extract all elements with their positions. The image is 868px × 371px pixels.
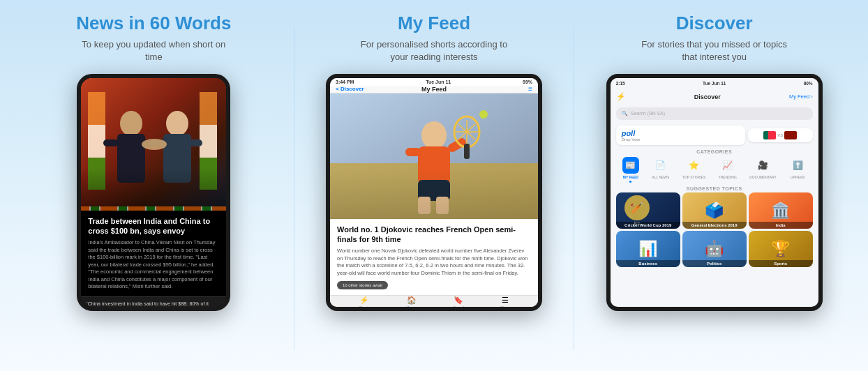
search-placeholder: Search (Bill SA) <box>631 111 665 116</box>
saved-label: Saved <box>453 305 464 306</box>
discover-nav-title: Discover <box>694 93 721 100</box>
news-screen: Trade between India and China to cross $… <box>81 78 226 307</box>
news-body: India's Ambassador to China Vikram Misri… <box>88 239 219 291</box>
topic-card-politics[interactable]: 🤖 Politics <box>682 231 747 267</box>
tab-saved[interactable]: 🔖 Saved <box>453 296 464 306</box>
news-ticker: 'China investment in India said to have … <box>81 296 226 307</box>
tennis-player-svg <box>330 93 538 219</box>
india-topic-label: India <box>749 222 813 229</box>
myfeed-cat-label: MY FEED <box>623 175 638 179</box>
tab-more[interactable]: ☰ More <box>500 296 509 306</box>
saved-icon: 🔖 <box>454 296 463 305</box>
shorts-icon: ⚡ <box>359 296 369 305</box>
feed-headline: World no. 1 Djokovic reaches French Open… <box>337 225 531 245</box>
feed-nav-title: My Feed <box>421 86 447 93</box>
elections-icon: 🗳️ <box>705 202 724 220</box>
poll-card[interactable]: poll Drop Vote <box>616 126 745 145</box>
discover-poll-row: poll Drop Vote vs <box>611 123 818 148</box>
feed-article-image <box>330 93 538 219</box>
politics-topic-label: Politics <box>682 260 747 267</box>
bangladesh-flag <box>763 131 776 139</box>
business-topic-label: Business <box>616 260 680 267</box>
flag-card[interactable]: vs <box>748 128 813 142</box>
shorts-label: Shorts <box>359 305 370 306</box>
discover-screen: 2:15 Tue Jun 11 80% ⚡ Discover My Feed ›… <box>611 78 818 307</box>
poll-label: poll <box>622 129 740 137</box>
panel2-title: My Feed <box>398 13 470 34</box>
news-content-area: Trade between India and China to cross $… <box>81 211 226 296</box>
upread-cat-label: UPREAD <box>791 175 805 179</box>
svg-rect-16 <box>81 78 226 206</box>
categories-icons-row: 📰 MY FEED 📄 ALL NEWS ⭐ TOP STORIES <box>616 157 813 183</box>
panel-news60: News in 60 Words To keep you updated whe… <box>14 13 294 371</box>
discover-search-bar[interactable]: 🔍 Search (Bill SA) <box>616 107 813 120</box>
cat-item-myfeed[interactable]: 📰 MY FEED <box>622 157 639 183</box>
phone-device: Trade between India and China to cross $… <box>77 74 230 311</box>
cat-item-trending[interactable]: 📈 TRENDING <box>719 157 737 183</box>
feed-more-stories-btn[interactable]: 10 other stories await <box>337 281 388 289</box>
persons-svg <box>81 78 226 206</box>
main-panels-container: News in 60 Words To keep you updated whe… <box>0 0 868 371</box>
documentary-cat-icon: 🎥 <box>755 157 772 174</box>
india-icon: 🏛️ <box>771 202 790 220</box>
feed-navigation: < Discover My Feed ≡ <box>330 86 538 93</box>
topic-card-elections[interactable]: 🗳️ General Elections 2019 <box>682 192 747 229</box>
news-headline: Trade between India and China to cross $… <box>88 216 219 236</box>
srilanka-flag <box>784 131 797 139</box>
discover-nav-link[interactable]: My Feed › <box>789 93 813 100</box>
news-article-image <box>81 78 226 211</box>
topic-card-india[interactable]: 🏛️ India <box>749 192 813 229</box>
cat-item-topstories[interactable]: ⭐ TOP STORIES <box>682 157 705 183</box>
sports-topic-label: Sports <box>749 260 813 267</box>
discover-logo-icon: ⚡ <box>616 92 626 101</box>
trending-cat-label: TRENDING <box>719 175 737 179</box>
allnews-cat-icon: 📄 <box>652 157 669 174</box>
feed-article-content: World no. 1 Djokovic reaches French Open… <box>330 219 538 296</box>
topic-card-business[interactable]: 📊 Business <box>616 231 680 267</box>
feed-status-date: Tue Jun 11 <box>426 80 451 84</box>
home-icon: 🏠 <box>407 296 417 305</box>
cat-item-upread[interactable]: ⬆️ UPREAD <box>789 157 806 183</box>
business-icon: 📊 <box>638 240 657 258</box>
suggested-topics-title: SUGGESTED TOPICS <box>611 185 818 192</box>
cricket-topic-label: Cricket World Cup 2019 <box>616 222 680 229</box>
feed-screen: 3:44 PM Tue Jun 11 99% < Discover My Fee… <box>330 78 538 307</box>
search-icon: 🔍 <box>622 111 628 116</box>
panel-discover: Discover For stories that you missed or … <box>574 13 854 371</box>
discover-navigation: ⚡ Discover My Feed › <box>611 89 818 105</box>
feed-nav-back[interactable]: < Discover <box>336 86 364 92</box>
discover-statusbar: 2:15 Tue Jun 11 80% <box>611 78 818 89</box>
cat-item-documentary[interactable]: 🎥 DOCUMENTARY <box>749 157 777 183</box>
more-label: More <box>500 305 509 306</box>
topstories-cat-icon: ⭐ <box>686 157 703 174</box>
categories-section: CATEGORIES 📰 MY FEED 📄 ALL NEWS ⭐ <box>611 148 818 185</box>
categories-title: CATEGORIES <box>616 149 813 154</box>
cat-item-allnews[interactable]: 📄 ALL NEWS <box>652 157 669 183</box>
svg-rect-33 <box>330 93 538 219</box>
topic-card-cricket[interactable]: 🏏 ICC Cricket World Cup 2019 <box>616 192 680 229</box>
vs-label: vs <box>777 132 783 138</box>
topstories-cat-label: TOP STORIES <box>682 175 705 179</box>
upread-cat-icon: ⬆️ <box>789 157 806 174</box>
topic-card-sports[interactable]: 🏆 Sports <box>749 231 813 267</box>
myfeed-cat-icon: 📰 <box>622 157 639 174</box>
tab-home[interactable]: 🏠 Home <box>406 296 417 306</box>
more-icon: ☰ <box>502 296 509 305</box>
feed-statusbar: 3:44 PM Tue Jun 11 99% <box>330 78 538 86</box>
discover-status-date: Tue Jun 11 <box>703 81 726 86</box>
documentary-cat-label: DOCUMENTARY <box>749 175 777 179</box>
discover-status-battery: 80% <box>804 81 813 86</box>
feed-status-time: 3:44 PM <box>336 80 354 84</box>
poll-sublabel: Drop Vote <box>622 137 740 142</box>
svg-text:🏏: 🏏 <box>630 201 644 214</box>
feed-bottom-tab-bar: ⚡ Shorts 🏠 Home 🔖 Saved ☰ More <box>330 295 538 306</box>
tablet-device-feed: 3:44 PM Tue Jun 11 99% < Discover My Fee… <box>326 74 542 311</box>
tab-shorts[interactable]: ⚡ Shorts <box>359 296 370 306</box>
myfeed-active-dot <box>629 181 631 183</box>
feed-nav-menu-icon[interactable]: ≡ <box>528 85 532 93</box>
allnews-cat-label: ALL NEWS <box>652 175 669 179</box>
panel3-subtitle: For stories that you missed or topics th… <box>638 38 791 63</box>
feed-status-battery: 99% <box>523 80 532 84</box>
panel1-title: News in 60 Words <box>76 13 231 34</box>
panel1-subtitle: To keep you updated when short on time <box>77 38 230 63</box>
